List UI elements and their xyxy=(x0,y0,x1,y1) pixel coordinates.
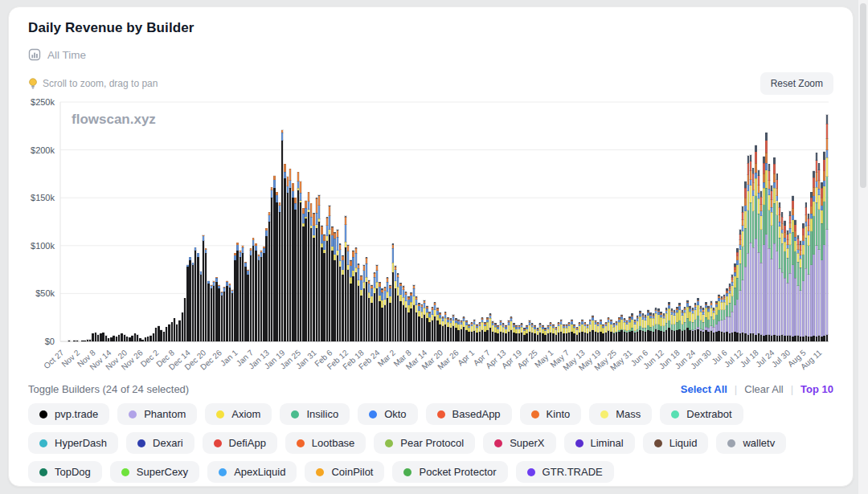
bar-stack xyxy=(339,243,341,341)
revenue-stacked-bar-chart[interactable]: $0$50k$100k$150k$200k$250kflowscan.xyzOc… xyxy=(28,96,835,378)
builder-chip-basedapp[interactable]: BasedApp xyxy=(426,403,512,425)
bar-stack xyxy=(702,308,704,341)
bar-stack xyxy=(744,182,746,341)
y-tick-label: $200k xyxy=(31,145,55,155)
builder-chip-kinto[interactable]: Kinto xyxy=(520,403,582,425)
bar-stack xyxy=(108,338,109,341)
builder-chip-gtr-trade[interactable]: GTR.TRADE xyxy=(516,461,614,483)
builder-chip-label: Dextrabot xyxy=(686,408,731,420)
bar-stack xyxy=(534,325,535,341)
bar-stack xyxy=(234,253,235,341)
clear-all-link[interactable]: Clear All xyxy=(744,383,783,395)
builder-chip-pvp-trade[interactable]: pvp.trade xyxy=(28,403,109,425)
bar-stack xyxy=(779,202,780,341)
bar-stack xyxy=(368,280,370,341)
builder-chip-phantom[interactable]: Phantom xyxy=(117,403,197,425)
builder-chip-topdog[interactable]: TopDog xyxy=(28,461,102,483)
bar-stack xyxy=(571,320,572,341)
color-dot xyxy=(129,410,137,418)
builder-chip-liminal[interactable]: Liminal xyxy=(564,432,635,454)
bar-stack xyxy=(494,323,496,341)
bar-stack xyxy=(139,338,141,341)
bar-stack xyxy=(255,243,256,341)
time-range-selector[interactable]: All Time xyxy=(28,48,833,61)
bar-stack xyxy=(686,300,688,341)
bar-stack xyxy=(484,322,485,341)
bar-stack xyxy=(358,263,359,341)
bar-stack xyxy=(113,336,114,341)
select-all-link[interactable]: Select All xyxy=(681,383,727,395)
builder-chip-okto[interactable]: Okto xyxy=(358,403,417,425)
builder-chip-liquid[interactable]: Liquid xyxy=(643,432,709,454)
color-dot xyxy=(316,468,324,476)
builder-chip-walletv[interactable]: walletv xyxy=(716,432,786,454)
bar-stack xyxy=(395,266,396,341)
bar-stack xyxy=(229,284,231,341)
builder-chip-hyperdash[interactable]: HyperDash xyxy=(28,432,118,454)
bar-stack xyxy=(434,302,436,341)
builder-chip-label: TopDog xyxy=(55,466,91,478)
bar-stack xyxy=(289,169,291,341)
builder-chip-coinpilot[interactable]: CoinPilot xyxy=(305,461,384,483)
bars[interactable] xyxy=(68,115,828,342)
builder-chip-dextrabot[interactable]: Dextrabot xyxy=(660,403,743,425)
scrollbar-thumb[interactable] xyxy=(860,3,866,188)
bar-stack xyxy=(273,176,275,341)
bar-stack xyxy=(265,228,267,341)
builder-chip-superx[interactable]: SuperX xyxy=(483,432,555,454)
scrollbar[interactable] xyxy=(858,0,868,494)
bar-stack xyxy=(116,337,117,341)
bar-stack xyxy=(126,337,128,341)
builder-chip-insilico[interactable]: Insilico xyxy=(280,403,350,425)
bar-stack xyxy=(141,340,143,341)
bar-stack xyxy=(674,310,675,341)
builder-chip-dexari[interactable]: Dexari xyxy=(126,432,194,454)
color-dot xyxy=(369,410,377,418)
x-tick-label: Apr 1 xyxy=(456,348,476,367)
builder-chip-axiom[interactable]: Axiom xyxy=(205,403,272,425)
bar-stack xyxy=(682,310,683,341)
bar-stack xyxy=(276,192,277,341)
bar-stack xyxy=(331,227,333,341)
bar-stack xyxy=(768,164,770,341)
bar-stack xyxy=(489,313,491,341)
bar-stack xyxy=(810,192,812,341)
bar-stack xyxy=(560,320,562,341)
bar-stack xyxy=(84,341,85,341)
bar-stack xyxy=(502,323,504,341)
builder-chip-apexliquid[interactable]: ApexLiquid xyxy=(207,461,297,483)
bar-chart-icon xyxy=(28,48,41,61)
bar-stack xyxy=(523,328,525,341)
builder-chip-supercexy[interactable]: SuperCexy xyxy=(110,461,199,483)
bar-stack xyxy=(244,262,246,341)
bar-stack xyxy=(145,337,146,341)
builder-chip-label: Okto xyxy=(384,408,406,420)
bar-stack xyxy=(226,281,227,341)
bar-stack xyxy=(211,285,212,341)
builder-chip-pear-protocol[interactable]: Pear Protocol xyxy=(374,432,475,454)
bar-stack xyxy=(166,327,167,341)
bar-stack xyxy=(595,320,596,341)
bar-stack xyxy=(129,337,130,341)
builder-chip-defiapp[interactable]: DefiApp xyxy=(203,432,277,454)
color-dot xyxy=(39,468,47,476)
builder-chip-pocket-protector[interactable]: Pocket Protector xyxy=(392,461,507,483)
bar-stack xyxy=(371,285,372,341)
bar-stack xyxy=(221,292,223,341)
bar-stack xyxy=(432,307,433,341)
reset-zoom-button[interactable]: Reset Zoom xyxy=(760,72,833,95)
bar-stack xyxy=(726,288,727,341)
builder-chip-label: pvp.trade xyxy=(55,408,98,420)
bar-stack xyxy=(521,323,522,341)
builder-chip-lootbase[interactable]: Lootbase xyxy=(285,432,366,454)
builder-chip-mass[interactable]: Mass xyxy=(589,403,652,425)
bar-stack xyxy=(387,277,388,341)
bar-stack xyxy=(105,336,107,341)
bar-stack xyxy=(389,285,391,341)
top-10-link[interactable]: Top 10 xyxy=(800,383,833,395)
bar-stack xyxy=(87,340,88,341)
bar-stack xyxy=(823,152,825,341)
revenue-card: Daily Revenue by Builder All Time Scroll… xyxy=(8,6,854,487)
bar-stack xyxy=(468,325,469,341)
color-dot xyxy=(494,439,502,447)
